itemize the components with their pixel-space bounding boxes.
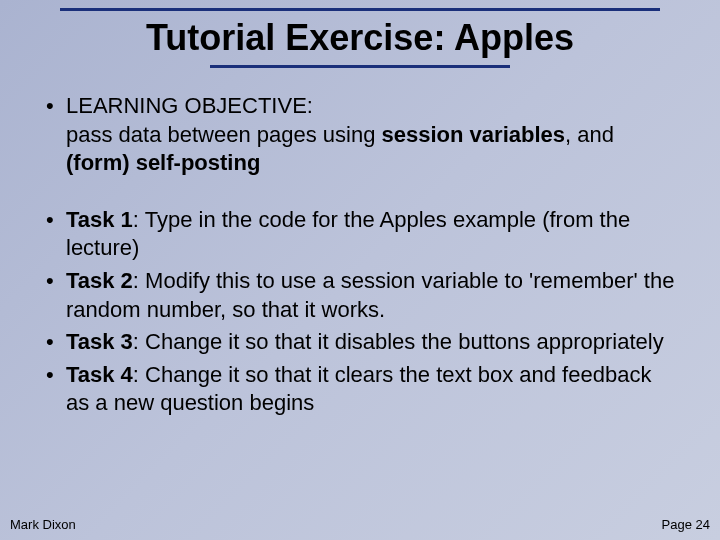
objective-pre: pass data between pages using bbox=[66, 122, 382, 147]
footer-page: Page 24 bbox=[662, 517, 710, 532]
slide-title: Tutorial Exercise: Apples bbox=[60, 13, 660, 65]
task-1: Task 1: Type in the code for the Apples … bbox=[40, 206, 680, 263]
title-rule-top bbox=[60, 8, 660, 11]
footer: Mark Dixon Page 24 bbox=[10, 517, 710, 532]
task-label: Task 1 bbox=[66, 207, 133, 232]
objective-mid: , and bbox=[565, 122, 614, 147]
title-area: Tutorial Exercise: Apples bbox=[0, 0, 720, 68]
task-text: : Change it so that it clears the text b… bbox=[66, 362, 651, 416]
task-4: Task 4: Change it so that it clears the … bbox=[40, 361, 680, 418]
task-label: Task 3 bbox=[66, 329, 133, 354]
task-text: : Modify this to use a session variable … bbox=[66, 268, 674, 322]
content-area: LEARNING OBJECTIVE: pass data between pa… bbox=[0, 68, 720, 418]
objective-bold2: (form) self-posting bbox=[66, 150, 260, 175]
objective-bold1: session variables bbox=[382, 122, 565, 147]
objective-label: LEARNING OBJECTIVE: bbox=[66, 93, 313, 118]
task-2: Task 2: Modify this to use a session var… bbox=[40, 267, 680, 324]
task-text: : Change it so that it disables the butt… bbox=[133, 329, 664, 354]
footer-author: Mark Dixon bbox=[10, 517, 76, 532]
learning-objective: LEARNING OBJECTIVE: pass data between pa… bbox=[40, 92, 680, 178]
task-label: Task 4 bbox=[66, 362, 133, 387]
task-label: Task 2 bbox=[66, 268, 133, 293]
task-text: : Type in the code for the Apples exampl… bbox=[66, 207, 630, 261]
task-3: Task 3: Change it so that it disables th… bbox=[40, 328, 680, 357]
